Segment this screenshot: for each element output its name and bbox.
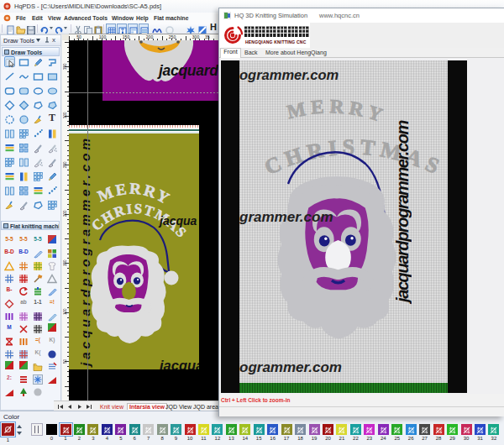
svg-text:CHRISTMAS: CHRISTMAS	[261, 135, 448, 181]
svg-text:MERRY: MERRY	[95, 180, 174, 208]
svg-text:MERRY: MERRY	[285, 96, 389, 127]
